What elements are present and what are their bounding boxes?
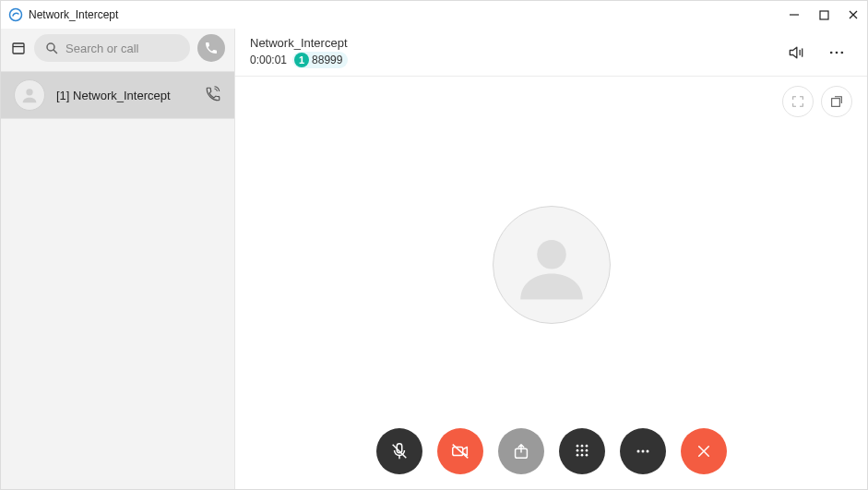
svg-point-14 xyxy=(841,51,844,54)
title-bar: Network_Intercept xyxy=(1,1,867,29)
svg-point-32 xyxy=(636,450,639,453)
minimize-button[interactable] xyxy=(788,8,801,21)
svg-point-31 xyxy=(585,454,588,457)
sidebar: [1] Network_Intercept xyxy=(1,29,235,489)
svg-point-29 xyxy=(576,454,578,457)
mute-button[interactable] xyxy=(376,428,422,474)
svg-point-30 xyxy=(580,454,583,457)
svg-point-13 xyxy=(836,51,838,54)
fullscreen-button[interactable] xyxy=(782,86,814,117)
contact-avatar xyxy=(14,79,45,111)
popout-button[interactable] xyxy=(821,86,852,117)
svg-rect-15 xyxy=(832,99,840,107)
svg-point-24 xyxy=(580,445,583,448)
svg-point-27 xyxy=(580,449,583,452)
search-icon xyxy=(45,42,58,54)
more-button[interactable] xyxy=(821,37,852,68)
svg-rect-2 xyxy=(820,11,828,19)
call-header: Network_Intercept 0:00:01 1 88999 xyxy=(235,29,867,77)
app-icon xyxy=(8,7,23,22)
svg-point-9 xyxy=(26,89,32,95)
svg-point-33 xyxy=(641,450,644,453)
call-avatar xyxy=(493,206,611,324)
svg-point-16 xyxy=(537,240,566,269)
overflow-button[interactable] xyxy=(620,428,666,474)
speaker-button[interactable] xyxy=(780,37,812,68)
svg-point-34 xyxy=(646,450,648,453)
svg-point-25 xyxy=(585,445,588,448)
close-button[interactable] xyxy=(847,8,860,21)
video-button[interactable] xyxy=(437,428,483,474)
search-row xyxy=(1,29,234,71)
maximize-button[interactable] xyxy=(817,8,830,21)
call-timer: 0:00:01 xyxy=(250,54,287,66)
svg-point-23 xyxy=(576,445,578,448)
call-number-pill: 1 88999 xyxy=(292,52,348,68)
call-badge: 1 xyxy=(294,53,309,67)
contact-label: [1] Network_Intercept xyxy=(56,89,194,102)
call-name: Network_Intercept xyxy=(250,36,348,50)
call-number: 88999 xyxy=(312,54,342,66)
svg-point-26 xyxy=(576,449,578,452)
main-area: Network_Intercept 0:00:01 1 88999 xyxy=(235,29,867,489)
svg-rect-5 xyxy=(13,43,24,54)
search-input[interactable] xyxy=(65,42,179,55)
phone-active-icon xyxy=(205,86,221,105)
call-content xyxy=(235,77,867,489)
svg-point-0 xyxy=(10,9,22,21)
window-title: Network_Intercept xyxy=(29,8,118,21)
hangup-button[interactable] xyxy=(681,428,727,474)
call-controls xyxy=(235,428,867,474)
svg-line-8 xyxy=(54,50,57,54)
dialpad-button[interactable] xyxy=(197,34,225,62)
keypad-button[interactable] xyxy=(559,428,605,474)
svg-point-28 xyxy=(585,449,588,452)
search-input-container[interactable] xyxy=(34,34,190,62)
svg-point-12 xyxy=(830,51,833,54)
calendar-icon[interactable] xyxy=(10,40,27,56)
share-button[interactable] xyxy=(498,428,544,474)
contact-item[interactable]: [1] Network_Intercept xyxy=(1,71,234,119)
